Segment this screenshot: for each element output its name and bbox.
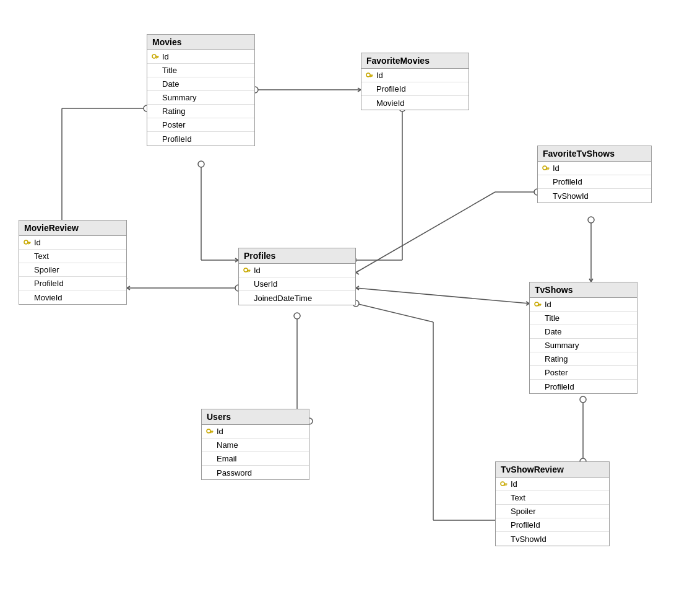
entity-field-row: Date [147, 77, 254, 91]
entity-field-row: Summary [147, 91, 254, 105]
entity-field-row: Id [496, 478, 609, 491]
entity-header-users: Users [202, 409, 309, 425]
primary-key-icon [365, 71, 374, 80]
entity-field-row: UserId [239, 277, 355, 291]
svg-rect-78 [210, 432, 212, 433]
entity-field-row: Password [202, 466, 309, 479]
field-name: Rating [162, 107, 186, 116]
entity-field-row: ProfileId [496, 518, 609, 532]
entity-field-row: Rating [147, 105, 254, 118]
field-name: ProfileId [376, 84, 406, 94]
svg-rect-72 [538, 303, 542, 305]
primary-key-icon [542, 164, 550, 173]
svg-point-75 [207, 429, 210, 433]
svg-point-12 [198, 161, 204, 167]
field-name: TvShowId [511, 534, 547, 544]
entity-field-row: Name [202, 438, 309, 452]
entity-field-row: Rating [530, 352, 637, 366]
entity-field-row: MovieId [361, 96, 469, 110]
entity-header-movieReview: MovieReview [19, 220, 126, 236]
svg-rect-64 [248, 269, 251, 271]
primary-key-icon [151, 53, 160, 61]
field-name: Id [254, 266, 261, 275]
svg-rect-81 [506, 484, 507, 486]
svg-line-34 [356, 192, 495, 273]
field-name: ProfileId [34, 279, 64, 288]
entity-field-row: Summary [530, 339, 637, 352]
svg-point-31 [294, 313, 300, 319]
field-name: Title [545, 313, 560, 323]
entity-header-movies: Movies [147, 35, 254, 50]
entity-field-row: Spoiler [496, 505, 609, 518]
entity-field-row: Id [530, 298, 637, 312]
svg-point-67 [543, 166, 547, 170]
field-name: ProfileId [511, 520, 540, 530]
diagram-canvas: Movies IdTitleDateSummaryRatingPosterPro… [0, 0, 700, 602]
svg-line-36 [356, 271, 359, 273]
field-name: Name [217, 440, 238, 450]
svg-rect-56 [370, 74, 373, 76]
svg-rect-61 [29, 243, 30, 244]
field-name: Spoiler [34, 265, 59, 274]
svg-point-63 [244, 268, 248, 272]
entity-field-row: ProfileId [361, 82, 469, 96]
svg-rect-65 [249, 271, 250, 272]
entity-header-tvShows: TvShows [530, 282, 637, 298]
field-name: Id [217, 427, 223, 436]
svg-line-24 [356, 288, 529, 303]
entity-header-favoriteTvShows: FavoriteTvShows [538, 146, 651, 162]
svg-point-43 [580, 396, 586, 403]
svg-rect-77 [212, 432, 213, 433]
svg-rect-74 [538, 305, 540, 306]
svg-point-59 [24, 240, 28, 244]
svg-rect-62 [28, 243, 29, 244]
field-name: Id [34, 238, 41, 247]
svg-rect-82 [504, 484, 506, 486]
svg-rect-76 [210, 430, 214, 432]
primary-key-icon [499, 480, 508, 489]
primary-key-icon [243, 266, 251, 275]
entity-field-row: TvShowId [496, 532, 609, 546]
entity-movieReview: MovieReview IdTextSpoilerProfileIdMovieI… [19, 220, 127, 305]
svg-point-51 [152, 55, 156, 58]
entity-field-row: Id [239, 264, 355, 277]
entity-field-row: Id [147, 50, 254, 64]
primary-key-icon [534, 300, 542, 309]
field-name: JoinedDateTime [254, 294, 312, 303]
entity-tvShowReview: TvShowReview IdTextSpoilerProfileIdTvSho… [495, 461, 610, 546]
entity-field-row: Email [202, 452, 309, 466]
entity-field-row: ProfileId [538, 175, 651, 189]
entity-field-row: Title [530, 312, 637, 325]
entity-header-favoriteMovies: FavoriteMovies [361, 53, 469, 69]
field-name: MovieId [376, 98, 405, 108]
svg-rect-52 [156, 56, 159, 57]
entity-field-row: Poster [147, 118, 254, 132]
svg-point-55 [366, 73, 370, 77]
svg-rect-58 [370, 76, 371, 77]
field-name: Title [162, 66, 177, 75]
primary-key-icon [23, 238, 32, 247]
field-name: Id [376, 71, 383, 80]
field-name: Date [545, 327, 561, 336]
entity-profiles: Profiles IdUserIdJoinedDateTime [238, 248, 356, 305]
svg-rect-73 [540, 305, 541, 306]
field-name: ProfileId [162, 134, 192, 144]
entity-field-row: ProfileId [147, 132, 254, 146]
field-name: Summary [545, 341, 579, 350]
svg-rect-53 [157, 57, 158, 58]
field-name: ProfileId [545, 382, 574, 391]
field-name: Summary [162, 93, 197, 102]
field-name: Password [217, 468, 252, 478]
svg-line-22 [127, 288, 130, 290]
entity-field-row: Id [538, 162, 651, 175]
svg-rect-57 [371, 76, 373, 77]
field-name: Id [511, 479, 517, 489]
svg-line-37 [356, 273, 359, 274]
entity-field-row: Poster [530, 366, 637, 380]
primary-key-icon [205, 427, 214, 436]
field-name: Date [162, 79, 179, 89]
svg-point-39 [588, 217, 594, 223]
field-name: Spoiler [511, 507, 535, 516]
entity-movies: Movies IdTitleDateSummaryRatingPosterPro… [147, 34, 255, 146]
field-name: Poster [545, 368, 568, 377]
